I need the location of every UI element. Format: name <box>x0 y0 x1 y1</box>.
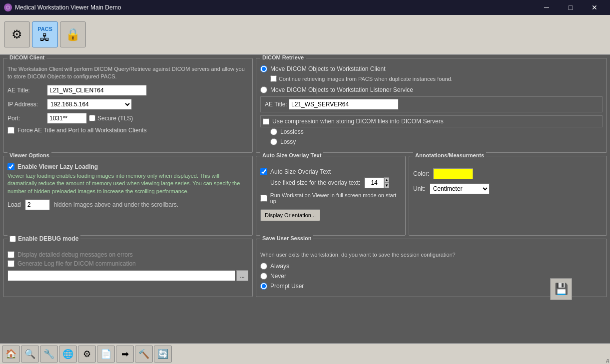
session-description: When user exits the workstation, do you … <box>260 251 603 259</box>
path-row: ... <box>7 270 248 281</box>
taskbar-document-button[interactable]: 📄 <box>97 346 115 363</box>
window-title: Medical Workstation Viewer Main Demo <box>15 4 121 11</box>
viewer-row: Viewer Options Enable Viewer Lazy Loadin… <box>3 156 607 236</box>
taskbar: 🏠 🔍 🔧 🌐 ⚙ 📄 ➡ 🔨 🔄 д <box>0 343 610 364</box>
ip-address-select[interactable]: 192.168.5.164 <box>47 99 132 110</box>
taskbar-settings-button[interactable]: ⚙ <box>78 346 96 363</box>
detailed-debug-checkbox[interactable] <box>7 251 14 258</box>
display-orientation-button[interactable]: Display Orientation... <box>260 209 320 221</box>
move-to-listener-radio[interactable] <box>260 86 267 93</box>
port-input[interactable] <box>47 113 87 124</box>
auto-size-check-row: Auto Size Overlay Text <box>260 168 401 175</box>
dicom-client-description: The Workstation Client will perform DICO… <box>7 65 248 81</box>
compression-options: Lossless Lossy <box>270 128 603 145</box>
viewer-options-group: Viewer Options Enable Viewer Lazy Loadin… <box>3 156 253 236</box>
listener-ae-label: AE Title: <box>265 101 287 108</box>
color-swatch[interactable]: ... <box>433 168 473 179</box>
always-row: Always <box>260 263 603 270</box>
color-row: Color: ... <box>413 168 603 179</box>
auto-size-checkbox[interactable] <box>260 168 267 175</box>
taskbar-network-button[interactable]: 🌐 <box>59 346 77 363</box>
save-config-button[interactable]: 💾 <box>550 278 572 300</box>
enable-lazy-checkbox[interactable] <box>7 163 14 170</box>
continue-retrieving-checkbox[interactable] <box>270 75 277 82</box>
app-icon: ⬡ <box>4 3 12 11</box>
force-ae-checkbox[interactable] <box>7 127 14 134</box>
fixed-size-input[interactable] <box>364 177 384 188</box>
compression-row: Use compression when storing DICOM files… <box>260 115 603 127</box>
dicom-retrieve-group: DICOM Retrieve Move DICOM Objects to Wor… <box>256 58 607 153</box>
browse-button[interactable]: ... <box>236 270 248 281</box>
enable-lazy-label: Enable Viewer Lazy Loading <box>17 163 98 170</box>
lossless-radio[interactable] <box>270 128 277 135</box>
overlay-group: Auto Size Overlay Text Auto Size Overlay… <box>256 156 406 236</box>
title-bar: ⬡ Medical Workstation Viewer Main Demo ─… <box>0 0 610 15</box>
enable-lazy-row: Enable Viewer Lazy Loading <box>7 163 248 170</box>
unit-label: Unit: <box>413 185 426 192</box>
taskbar-home-button[interactable]: 🏠 <box>2 346 20 363</box>
title-bar-left: ⬡ Medical Workstation Viewer Main Demo <box>4 3 121 11</box>
lossless-label: Lossless <box>280 128 304 135</box>
taskbar-search-button[interactable]: 🔍 <box>21 346 39 363</box>
fixed-size-label: Use fixed size for the overlay text: <box>270 179 360 186</box>
taskbar-tools-button[interactable]: 🔧 <box>40 346 58 363</box>
taskbar-build-button[interactable]: 🔨 <box>135 346 153 363</box>
toolbar-settings-group: ⚙ <box>4 21 30 47</box>
load-row: Load hidden images above and under the s… <box>7 199 248 210</box>
port-row: Port: Secure (TLS) <box>7 113 248 124</box>
title-bar-controls: ─ □ ✕ <box>535 0 606 15</box>
move-to-client-radio[interactable] <box>260 65 267 72</box>
move-to-listener-row: Move DICOM Objects to Workstation Listen… <box>260 86 603 93</box>
minimize-button[interactable]: ─ <box>535 0 558 15</box>
prompt-radio[interactable] <box>260 283 267 290</box>
settings-toolbar-button[interactable]: ⚙ <box>4 21 30 47</box>
debug-checkbox[interactable] <box>9 236 16 242</box>
compression-checkbox[interactable] <box>263 118 269 125</box>
detailed-debug-row: Display detailed debug messages on error… <box>7 251 248 258</box>
spinbox-up-button[interactable]: ▲ <box>384 177 389 183</box>
fullscreen-checkbox[interactable] <box>260 195 267 202</box>
pacs-toolbar-button[interactable]: PACS 🖧 <box>32 21 58 47</box>
lossless-row: Lossless <box>270 128 603 135</box>
main-content: DICOM Client The Workstation Client will… <box>0 55 610 343</box>
secure-tls-checkbox[interactable] <box>89 115 95 121</box>
ae-title-label: AE Title: <box>7 87 45 94</box>
maximize-button[interactable]: □ <box>559 0 582 15</box>
detailed-debug-label: Display detailed debug messages on error… <box>17 251 133 258</box>
annotations-title: Annotations/Measurments <box>413 152 486 158</box>
ip-address-label: IP Address: <box>7 101 45 108</box>
bottom-row: Enable DEBUG mode Display detailed debug… <box>3 239 607 297</box>
never-label: Never <box>270 273 286 280</box>
load-label: Load <box>7 201 21 208</box>
log-file-checkbox[interactable] <box>7 260 14 267</box>
unit-select[interactable]: Centimeter Millimeter Inch <box>430 183 490 194</box>
hidden-label: hidden images above and under the scroll… <box>54 201 179 208</box>
always-radio[interactable] <box>260 263 267 270</box>
unit-row: Unit: Centimeter Millimeter Inch <box>413 183 603 194</box>
spinbox-down-button[interactable]: ▼ <box>384 183 389 188</box>
fullscreen-label: Run Workstation Viewer in full screen mo… <box>270 192 401 204</box>
close-button[interactable]: ✕ <box>583 0 606 15</box>
session-title: Save User Session <box>260 235 313 241</box>
ip-address-row: IP Address: 192.168.5.164 <box>7 99 248 110</box>
compression-label: Use compression when storing DICOM files… <box>272 118 444 125</box>
continue-retrieving-row: Continue retrieving images from PACS whe… <box>270 75 603 83</box>
path-input[interactable] <box>7 270 235 281</box>
auto-size-label: Auto Size Overlay Text <box>270 168 331 175</box>
ae-title-input[interactable] <box>47 85 147 96</box>
debug-group: Enable DEBUG mode Display detailed debug… <box>3 239 253 297</box>
annotations-group: Annotations/Measurments Color: ... Unit:… <box>409 156 607 236</box>
fixed-size-spinbox: ▲ ▼ <box>364 177 389 188</box>
load-input[interactable] <box>25 199 50 210</box>
taskbar-refresh-button[interactable]: 🔄 <box>154 346 172 363</box>
listener-ae-input[interactable] <box>289 99 399 110</box>
secure-tls-label[interactable]: Secure (TLS) <box>89 115 133 122</box>
fullscreen-row: Run Workstation Viewer in full screen mo… <box>260 192 401 204</box>
lossy-radio[interactable] <box>270 138 277 145</box>
overlay-title: Auto Size Overlay Text <box>260 152 323 158</box>
lossy-label: Lossy <box>280 138 296 145</box>
lock-toolbar-button[interactable]: 🔒 <box>60 21 86 47</box>
never-radio[interactable] <box>260 273 267 280</box>
taskbar-arrow-button[interactable]: ➡ <box>116 346 134 363</box>
pacs-label: PACS <box>37 26 52 32</box>
